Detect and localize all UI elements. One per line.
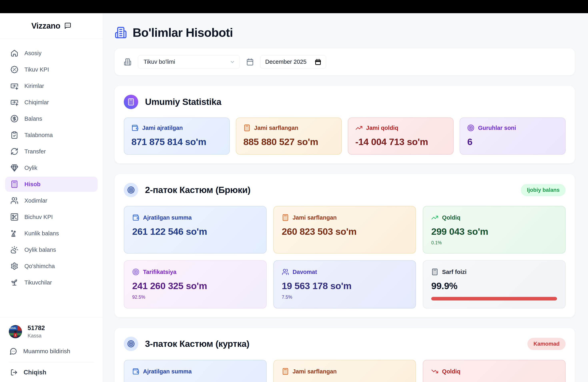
sidebar-item-tikuvchilar[interactable]: Tikuvchilar xyxy=(5,275,98,290)
logo: Vizzano xyxy=(0,13,103,38)
divider xyxy=(9,362,94,363)
summary-section: Umumiy Statistika Jami ajratilgan 871 87… xyxy=(115,86,575,163)
stat-value: 99.9% xyxy=(431,280,557,291)
target-icon xyxy=(132,268,139,275)
month-input-value: December 2025 xyxy=(265,58,306,65)
stat-label: Qoldiq xyxy=(442,368,461,375)
stat-card-ajratilgan-summa: Ajratilgan summa 261 122 546 so'm xyxy=(124,206,267,253)
sidebar-item-qoshimcha[interactable]: Qo'shimcha xyxy=(5,259,98,274)
stat-label: Jami sarflangan xyxy=(293,214,337,221)
svg-text:7: 7 xyxy=(15,334,16,337)
status-badge: Kamomad xyxy=(527,338,566,350)
stat-value: 6 xyxy=(467,136,558,147)
calendar-icon xyxy=(246,58,254,66)
stat-value: 241 260 325 so'm xyxy=(132,280,258,291)
calculator-icon xyxy=(10,180,18,188)
sidebar: Vizzano Asosiy Tikuv KPI Kirimlar Chiqim… xyxy=(0,13,103,382)
section-header: 3-паток Кастюм (куртка) Kamomad xyxy=(124,337,566,351)
report-problem-button[interactable]: Muammo bildirish xyxy=(9,347,94,355)
sidebar-item-label: Hisob xyxy=(24,181,41,188)
progress-fill xyxy=(431,297,557,301)
banknote-arrow-down-icon xyxy=(10,82,18,90)
sidebar-item-label: Balans xyxy=(24,115,42,122)
stat-card-ajratilgan-summa: Ajratilgan summa 192 926 747 so'm xyxy=(124,360,267,382)
progress-track xyxy=(431,297,557,301)
sidebar-item-label: Kirimlar xyxy=(24,83,44,89)
stat-value: 260 823 503 so'm xyxy=(282,226,408,237)
section-title: 2-паток Кастюм (Брюки) xyxy=(145,185,251,195)
transfer-icon xyxy=(10,148,18,155)
calculator-icon xyxy=(282,368,289,375)
sidebar-item-kunlik-balans[interactable]: Kunlik balans xyxy=(5,226,98,241)
sidebar-item-balans[interactable]: Balans xyxy=(5,111,98,126)
stat-label: Tarifikatsiya xyxy=(143,269,176,275)
sidebar-nav: Asosiy Tikuv KPI Kirimlar Chiqimlar Bala… xyxy=(0,38,103,291)
sidebar-item-talabnoma[interactable]: Talabnoma xyxy=(5,128,98,143)
stat-label: Jami sarflangan xyxy=(254,125,298,131)
month-input[interactable]: December 2025 xyxy=(260,55,326,69)
stat-value: -14 004 713 so'm xyxy=(356,136,446,147)
stat-value: 299 043 so'm xyxy=(431,226,557,237)
message-circle-icon xyxy=(10,347,17,355)
sidebar-item-label: Chiqimlar xyxy=(24,99,49,106)
building-small-icon xyxy=(124,58,131,66)
sprout-icon xyxy=(10,279,18,286)
stat-label: Jami sarflangan xyxy=(293,368,337,375)
report-problem-label: Muammo bildirish xyxy=(23,348,70,355)
stat-card-tarifikatsiya: Tarifikatsiya 241 260 325 so'm 92.5% xyxy=(124,260,267,308)
sidebar-item-oylik-balans[interactable]: Oylik balans xyxy=(5,242,98,257)
sidebar-item-hisob[interactable]: Hisob xyxy=(5,177,98,192)
sidebar-item-label: Oylik xyxy=(24,165,37,171)
target-badge-icon xyxy=(124,337,138,351)
section-header: 2-паток Кастюм (Брюки) Ijobiy balans xyxy=(124,183,566,197)
sidebar-item-asosiy[interactable]: Asosiy xyxy=(5,46,98,61)
sidebar-item-oylik[interactable]: Oylik xyxy=(5,160,98,175)
stat-label: Jami qoldiq xyxy=(366,125,399,131)
target-badge-icon xyxy=(124,183,138,197)
stat-label: Ajratilgan summa xyxy=(143,214,192,221)
stat-card-guruhlar-soni: Guruhlar soni 6 xyxy=(460,117,566,155)
logout-button[interactable]: Chiqish xyxy=(9,369,94,376)
stat-label: Sarf foizi xyxy=(442,269,466,275)
sidebar-item-transfer[interactable]: Transfer xyxy=(5,144,98,159)
stat-value: 261 122 546 so'm xyxy=(132,226,258,237)
avatar: GOAL7 xyxy=(9,325,22,338)
trending-up-icon xyxy=(431,214,438,221)
sidebar-item-tikuv-kpi[interactable]: Tikuv KPI xyxy=(5,62,98,77)
stat-card-qoldiq: Qoldiq 299 043 so'm 0.1% xyxy=(423,206,566,253)
sidebar-item-label: Talabnoma xyxy=(24,132,53,138)
sidebar-item-label: Transfer xyxy=(24,148,46,155)
logout-icon xyxy=(10,369,18,376)
department-select[interactable]: Tikuv bo'limi xyxy=(138,55,240,69)
users-icon xyxy=(10,197,18,205)
wallet-icon xyxy=(131,124,139,132)
sidebar-item-kirimlar[interactable]: Kirimlar xyxy=(5,78,98,94)
stat-card-sarf-foizi: Sarf foizi 99.9% xyxy=(423,260,566,308)
stat-value: -5 382 580 so'm xyxy=(431,380,557,382)
stat-subtext: 0.1% xyxy=(431,240,557,246)
sidebar-item-label: Asosiy xyxy=(24,50,42,57)
top-black-bar xyxy=(0,0,588,13)
department-select-value: Tikuv bo'limi xyxy=(144,58,175,65)
calculator-icon xyxy=(243,124,251,132)
sidebar-item-xodimlar[interactable]: Xodimlar xyxy=(5,193,98,208)
house-icon xyxy=(10,49,18,57)
sidebar-item-bichuv-kpi[interactable]: Bichuv KPI xyxy=(5,209,98,225)
sidebar-item-label: Xodimlar xyxy=(24,197,47,204)
user-role: Kassa xyxy=(28,333,45,339)
page-header: Bo'limlar Hisoboti xyxy=(115,26,575,39)
section-2-patok: 2-паток Кастюм (Брюки) Ijobiy balans Ajr… xyxy=(115,174,575,317)
stat-label: Davomat xyxy=(293,269,317,275)
sidebar-item-label: Bichuv KPI xyxy=(24,214,53,220)
stat-value: 871 875 814 so'm xyxy=(131,136,222,147)
wallet-icon xyxy=(132,214,139,221)
calculator-icon xyxy=(282,214,289,221)
stat-subtext: 92.5% xyxy=(132,294,258,300)
stat-card-jami-sarflangan: Jami sarflangan 198 309 327 so'm xyxy=(273,360,416,382)
message-square-icon xyxy=(64,22,71,29)
stat-value: 192 926 747 so'm xyxy=(132,380,258,382)
sidebar-item-chiqimlar[interactable]: Chiqimlar xyxy=(5,95,98,110)
stat-value: 198 309 327 so'm xyxy=(282,380,408,382)
target-icon xyxy=(467,124,474,132)
calendar-picker-icon[interactable] xyxy=(315,59,321,65)
